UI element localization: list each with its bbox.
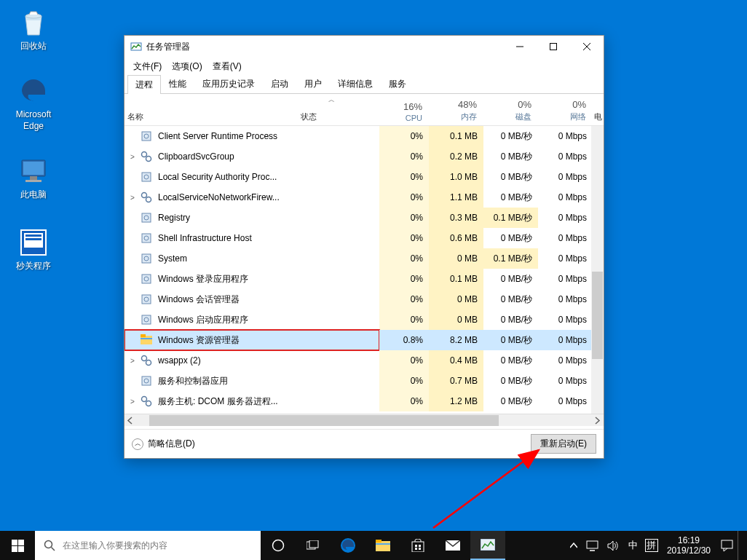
tab-5[interactable]: 详细信息 bbox=[330, 74, 381, 93]
tab-0[interactable]: 进程 bbox=[127, 75, 161, 94]
net-value: 0 Mbps bbox=[538, 167, 593, 187]
minimize-button[interactable] bbox=[503, 36, 537, 58]
col-status[interactable]: 状态 bbox=[298, 94, 379, 125]
tray-ime-mode[interactable]: 拼 bbox=[645, 539, 658, 552]
task-view-icon[interactable] bbox=[296, 531, 331, 560]
vertical-scrollbar[interactable] bbox=[591, 126, 604, 414]
col-mem[interactable]: 48%内存 bbox=[429, 94, 483, 125]
mem-value: 8.2 MB bbox=[429, 330, 483, 350]
tab-1[interactable]: 性能 bbox=[161, 74, 194, 93]
tray-chevron-icon[interactable] bbox=[566, 531, 582, 560]
expand-icon[interactable]: > bbox=[127, 357, 138, 365]
taskbar-mail-icon[interactable] bbox=[435, 531, 470, 560]
tab-4[interactable]: 用户 bbox=[296, 74, 330, 93]
tray-notifications-icon[interactable] bbox=[716, 531, 738, 560]
taskbar-edge-icon[interactable] bbox=[331, 531, 365, 560]
col-cpu[interactable]: 16%CPU bbox=[379, 94, 429, 125]
net-value: 0 Mbps bbox=[538, 289, 593, 309]
svg-rect-58 bbox=[376, 543, 390, 545]
disk-value: 0 MB/秒 bbox=[483, 309, 538, 330]
taskbar-taskmgr-icon[interactable] bbox=[470, 531, 505, 560]
horizontal-scrollbar[interactable] bbox=[125, 414, 604, 426]
svg-rect-8 bbox=[25, 234, 42, 237]
process-icon bbox=[141, 232, 152, 244]
show-desktop-button[interactable] bbox=[738, 531, 747, 560]
tray-network-icon[interactable] bbox=[582, 531, 603, 560]
col-name[interactable]: 名称 bbox=[125, 94, 298, 125]
process-row[interactable]: Windows 会话管理器0%0 MB0 MB/秒0 Mbps bbox=[125, 289, 604, 309]
tab-3[interactable]: 启动 bbox=[263, 74, 296, 93]
process-row[interactable]: Windows 启动应用程序0%0 MB0 MB/秒0 Mbps bbox=[125, 309, 604, 330]
search-icon bbox=[44, 540, 55, 551]
desktop-this-pc[interactable]: 此电脑 bbox=[6, 156, 61, 201]
desktop-edge[interactable]: MicrosoftEdge bbox=[6, 76, 61, 132]
process-row[interactable]: Windows 登录应用程序0%0.1 MB0 MB/秒0 Mbps bbox=[125, 269, 604, 289]
process-row[interactable]: 服务和控制器应用0%0.7 MB0 MB/秒0 Mbps bbox=[125, 371, 604, 391]
titlebar[interactable]: 任务管理器 bbox=[125, 36, 604, 58]
cpu-value: 0% bbox=[379, 167, 429, 187]
net-value: 0 Mbps bbox=[538, 330, 593, 350]
tab-6[interactable]: 服务 bbox=[381, 74, 414, 93]
process-row[interactable]: Client Server Runtime Process0%0.1 MB0 M… bbox=[125, 126, 604, 146]
start-button[interactable] bbox=[0, 531, 35, 560]
window-footer: ︿ 简略信息(D) 重新启动(E) bbox=[125, 429, 604, 458]
col-power[interactable]: 电 bbox=[593, 94, 604, 125]
maximize-button[interactable] bbox=[537, 36, 570, 58]
process-row[interactable]: >LocalServiceNoNetworkFirew...0%1.1 MB0 … bbox=[125, 187, 604, 208]
taskbar-explorer-icon[interactable] bbox=[365, 531, 400, 560]
process-row[interactable]: Windows 资源管理器0.8%8.2 MB0 MB/秒0 Mbps bbox=[125, 330, 604, 350]
process-icon bbox=[141, 273, 152, 285]
tray-ime-lang[interactable]: 中 bbox=[624, 531, 642, 560]
menu-item-1[interactable]: 选项(O) bbox=[167, 59, 206, 74]
window-title: 任务管理器 bbox=[146, 41, 503, 53]
mem-value: 0 MB bbox=[429, 309, 483, 330]
tab-2[interactable]: 应用历史记录 bbox=[194, 74, 263, 93]
tray-clock[interactable]: 16:19 2019/12/30 bbox=[661, 535, 716, 556]
menu-item-2[interactable]: 查看(V) bbox=[208, 59, 246, 74]
mem-value: 0 MB bbox=[429, 248, 483, 269]
process-row[interactable]: Shell Infrastructure Host0%0.6 MB0 MB/秒0… bbox=[125, 228, 604, 248]
process-row[interactable]: System0%0 MB0.1 MB/秒0 Mbps bbox=[125, 248, 604, 269]
process-row[interactable]: >wsappx (2)0%0.4 MB0 MB/秒0 Mbps bbox=[125, 350, 604, 371]
process-row[interactable]: >服务主机: DCOM 服务器进程...0%1.2 MB0 MB/秒0 Mbps bbox=[125, 391, 604, 411]
close-button[interactable] bbox=[570, 36, 604, 58]
menu-item-0[interactable]: 文件(F) bbox=[129, 59, 166, 74]
tray-volume-icon[interactable] bbox=[603, 531, 624, 560]
svg-rect-9 bbox=[25, 238, 42, 240]
expand-icon[interactable]: > bbox=[127, 153, 138, 161]
system-tray: 中 拼 16:19 2019/12/30 bbox=[566, 531, 747, 560]
mem-value: 0.2 MB bbox=[429, 146, 483, 167]
cortana-icon[interactable] bbox=[261, 531, 296, 560]
fewer-details-icon[interactable]: ︿ bbox=[132, 438, 143, 450]
taskbar-store-icon[interactable] bbox=[400, 531, 435, 560]
disk-value: 0 MB/秒 bbox=[483, 269, 538, 289]
disk-value: 0 MB/秒 bbox=[483, 167, 538, 187]
expand-icon[interactable]: > bbox=[127, 398, 138, 406]
process-name: System bbox=[125, 248, 379, 269]
process-name: Windows 启动应用程序 bbox=[125, 309, 379, 330]
col-disk[interactable]: 0%磁盘 bbox=[483, 94, 538, 125]
disk-value: 0.1 MB/秒 bbox=[483, 248, 538, 269]
process-row[interactable]: Registry0%0.3 MB0.1 MB/秒0 Mbps bbox=[125, 208, 604, 228]
process-row[interactable]: >ClipboardSvcGroup0%0.2 MB0 MB/秒0 Mbps bbox=[125, 146, 604, 167]
fewer-details-label[interactable]: 简略信息(D) bbox=[148, 438, 195, 450]
desktop-sec-program[interactable]: 秒关程序 bbox=[6, 227, 61, 272]
search-box[interactable]: 在这里输入你要搜索的内容 bbox=[35, 531, 261, 560]
process-name: Shell Infrastructure Host bbox=[125, 228, 379, 248]
svg-point-38 bbox=[142, 356, 147, 361]
expand-icon[interactable]: > bbox=[127, 194, 138, 202]
svg-point-22 bbox=[146, 197, 151, 202]
mem-value: 0.7 MB bbox=[429, 371, 483, 391]
process-name: Windows 资源管理器 bbox=[125, 330, 379, 350]
process-name: >服务主机: DCOM 服务器进程... bbox=[125, 391, 379, 411]
cpu-value: 0% bbox=[379, 309, 429, 330]
net-value: 0 Mbps bbox=[538, 309, 593, 330]
desktop-recycle-bin[interactable]: 回收站 bbox=[6, 7, 61, 52]
restart-button[interactable]: 重新启动(E) bbox=[531, 434, 596, 454]
col-net[interactable]: 0%网络 bbox=[538, 94, 593, 125]
svg-rect-23 bbox=[142, 213, 151, 222]
svg-rect-61 bbox=[419, 545, 421, 547]
process-row[interactable]: Local Security Authority Proc...0%1.0 MB… bbox=[125, 167, 604, 187]
disk-value: 0 MB/秒 bbox=[483, 228, 538, 248]
svg-rect-46 bbox=[12, 540, 17, 545]
